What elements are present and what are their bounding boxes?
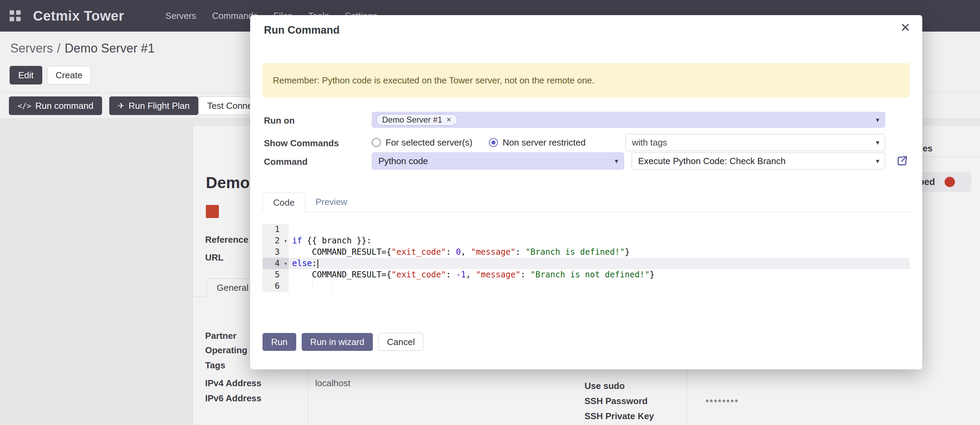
code-line-1[interactable]: 1	[262, 224, 910, 235]
code-text: COMMAND_RESULT={"exit_code": 0, "message…	[289, 246, 910, 258]
code-line-2[interactable]: 2▾if {{ branch }}:	[262, 235, 910, 246]
run-command-button[interactable]: </> Run command	[9, 97, 102, 115]
indent-guide	[332, 281, 332, 292]
command-select-value: Execute Python Code: Check Branch	[638, 156, 786, 167]
code-text: if {{ branch }}:	[289, 235, 910, 246]
command-select[interactable]: Execute Python Code: Check Branch ▾	[632, 152, 885, 170]
breadcrumb-separator: /	[57, 41, 60, 55]
paper-plane-icon: ✈	[118, 101, 124, 111]
partner-label: Partner	[205, 331, 236, 341]
code-line-3[interactable]: 3 COMMAND_RESULT={"exit_code": 0, "messa…	[262, 246, 910, 258]
ssh-private-key-label: SSH Private Key	[584, 411, 654, 422]
tab-code[interactable]: Code	[262, 193, 305, 212]
smart-button-text[interactable]: es	[923, 143, 932, 154]
python-warning-alert: Remember: Python code is executed on the…	[262, 63, 910, 97]
command-label: Command	[264, 157, 307, 167]
show-commands-label: Show Commands	[264, 138, 339, 149]
with-tags-value: with tags	[632, 137, 667, 148]
chevron-down-icon[interactable]: ▾	[615, 157, 618, 165]
url-label: URL	[205, 252, 223, 263]
line-number: 6	[262, 281, 289, 292]
ipv6-label: IPv6 Address	[205, 393, 261, 404]
server-color-swatch[interactable]	[206, 205, 219, 218]
code-text	[289, 224, 910, 235]
code-text: COMMAND_RESULT={"exit_code": -1, "messag…	[289, 269, 910, 281]
code-text: else:	[289, 258, 910, 269]
code-text	[289, 281, 910, 292]
code-preview-tabs: Code Preview	[262, 192, 910, 212]
reference-label: Reference	[205, 235, 248, 245]
ssh-password-label: SSH Password	[584, 396, 648, 406]
fold-arrow-icon[interactable]: ▾	[284, 235, 287, 246]
nav-menu-servers[interactable]: Servers	[165, 11, 196, 21]
remove-tag-icon[interactable]: ✕	[446, 116, 452, 124]
chevron-down-icon[interactable]: ▾	[876, 157, 879, 165]
breadcrumb-parent[interactable]: Servers	[10, 41, 53, 55]
create-button[interactable]: Create	[47, 66, 91, 84]
dialog-footer: Run Run in wizard Cancel	[262, 333, 423, 351]
run-on-label: Run on	[264, 115, 295, 126]
radio-selected-icon[interactable]	[489, 138, 498, 147]
radio-option-2[interactable]: Non server restricted	[489, 137, 585, 148]
breadcrumb-current: Demo Server #1	[65, 41, 154, 55]
ipv4-value: localhost	[315, 378, 350, 389]
code-line-4[interactable]: 4▾else:	[262, 258, 910, 269]
run-button[interactable]: Run	[262, 333, 296, 351]
status-stopped-dot	[945, 177, 955, 187]
code-icon: </>	[18, 101, 31, 110]
run-on-field[interactable]: Demo Server #1 ✕ ▾	[372, 112, 885, 128]
operating-system-label: Operating	[205, 345, 247, 356]
code-editor[interactable]: 12▾if {{ branch }}:3 COMMAND_RESULT={"ex…	[262, 224, 910, 292]
line-number: 4▾	[262, 258, 289, 269]
code-line-5[interactable]: 5 COMMAND_RESULT={"exit_code": -1, "mess…	[262, 269, 910, 281]
breadcrumb: Servers/Demo Server #1	[10, 41, 154, 56]
command-row: Python code ▾ Execute Python Code: Check…	[372, 152, 885, 170]
text-cursor	[318, 259, 318, 268]
chevron-down-icon[interactable]: ▾	[876, 138, 879, 147]
radio-label: Non server restricted	[503, 137, 585, 148]
line-number: 1	[262, 224, 289, 235]
show-commands-row: For selected server(s)Non server restric…	[372, 134, 885, 151]
indent-guide	[312, 281, 312, 292]
code-line-6[interactable]: 6	[262, 281, 910, 292]
ipv4-label: IPv4 Address	[205, 378, 261, 389]
app-brand[interactable]: Cetmix Tower	[33, 8, 124, 24]
line-number: 2▾	[262, 235, 289, 246]
tags-label: Tags	[205, 360, 226, 371]
use-sudo-label: Use sudo	[584, 381, 625, 391]
run-flight-plan-button[interactable]: ✈ Run Flight Plan	[109, 97, 198, 115]
ssh-password-value: ********	[705, 397, 739, 408]
command-type-value: Python code	[378, 156, 428, 167]
chevron-down-icon[interactable]: ▾	[876, 116, 879, 124]
server-tag-label: Demo Server #1	[382, 115, 442, 125]
fold-arrow-icon[interactable]: ▾	[284, 258, 287, 269]
run-in-wizard-button[interactable]: Run in wizard	[302, 333, 373, 351]
command-type-select[interactable]: Python code ▾	[372, 152, 624, 170]
close-icon[interactable]: ×	[900, 19, 910, 35]
apps-menu-icon[interactable]	[10, 10, 21, 21]
line-number: 5	[262, 269, 289, 281]
radio-unselected-icon[interactable]	[372, 138, 381, 147]
line-number: 3	[262, 246, 289, 258]
radio-label: For selected server(s)	[385, 137, 473, 148]
cancel-button[interactable]: Cancel	[378, 333, 423, 351]
radio-option-1[interactable]: For selected server(s)	[372, 137, 473, 148]
edit-button[interactable]: Edit	[10, 66, 42, 84]
dialog-title: Run Command	[264, 24, 339, 36]
server-tag[interactable]: Demo Server #1 ✕	[376, 114, 457, 126]
run-command-dialog: Run Command × Remember: Python code is e…	[250, 15, 922, 369]
button-box-divider	[922, 157, 980, 157]
tab-preview[interactable]: Preview	[305, 192, 357, 212]
with-tags-select[interactable]: with tags ▾	[625, 134, 885, 151]
external-link-icon[interactable]	[896, 154, 908, 168]
